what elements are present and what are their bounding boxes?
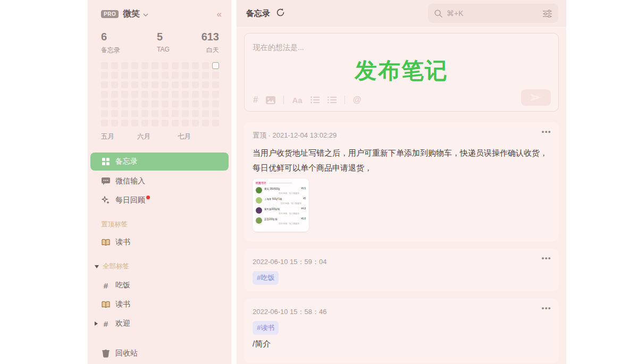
publish-note-annotation: 发布笔记 (245, 56, 558, 86)
heatmap-cell (141, 72, 148, 79)
numbered-list-button[interactable] (328, 96, 337, 104)
heatmap-cell (212, 62, 219, 69)
tag-pill[interactable]: #读书 (253, 321, 279, 335)
workspace-name: 微笑 (123, 9, 140, 20)
heatmap-cell (101, 120, 108, 126)
heatmap-cell (202, 62, 209, 69)
heatmap-cell (202, 72, 209, 79)
filter-sliders-icon[interactable] (543, 10, 552, 18)
hash-icon: # (101, 319, 111, 328)
product-image (256, 187, 262, 193)
sparkles-icon (101, 196, 111, 205)
product-image (256, 207, 262, 214)
search-shortcut-placeholder: ⌘+K (447, 9, 464, 18)
thumb-note-bar (268, 182, 292, 184)
heatmap-cell (111, 62, 118, 69)
sidebar: PRO 微笑 « 6 备忘录 5 TAG 613 白天 五月 六月 七月 备 (88, 0, 231, 364)
main-header: 备忘录 ⌘+K (237, 0, 566, 27)
toolbar-divider (345, 96, 345, 104)
heatmap-cell (162, 62, 169, 69)
heatmap-cell (121, 62, 128, 69)
memo-editor[interactable]: 现在的想法是... 发布笔记 # Aa @ (244, 33, 559, 112)
product-row: 紫长茄300g/袋 特价换购加入购物车 ¥4.8 (256, 207, 306, 215)
sidebar-item-wechat-input[interactable]: 微信输入 (88, 172, 231, 191)
book-icon (101, 301, 111, 308)
sidebar-item-label: 微信输入 (115, 176, 145, 186)
workspace-switcher[interactable]: PRO 微笑 « (101, 9, 222, 20)
heatmap-cell (111, 100, 118, 107)
heatmap-cell (172, 120, 179, 126)
product-image (256, 217, 262, 224)
heatmap-cell (202, 100, 209, 107)
text-format-button[interactable]: Aa (292, 96, 302, 105)
heatmap-cell (162, 91, 169, 98)
heatmap-cell (202, 120, 209, 126)
heatmap-cell (172, 91, 179, 98)
triangle-right-icon[interactable] (95, 321, 98, 326)
more-options-icon[interactable]: ••• (542, 254, 551, 262)
sidebar-item-trash[interactable]: 回收站 (88, 344, 231, 363)
heatmap-cell (162, 72, 169, 79)
memo-card: 2022-06-10 15：58：46 ••• #读书 /简介 (244, 299, 559, 363)
image-upload-button[interactable] (266, 96, 275, 104)
heatmap-cell (121, 91, 128, 98)
heatmap-cell (152, 72, 158, 79)
refresh-icon[interactable] (276, 8, 285, 17)
heatmap-cell (141, 62, 148, 69)
memo-card: 置顶 · 2021-12-04 13:02:29 ••• 当用户收货地址写错之后… (244, 122, 559, 241)
more-options-icon[interactable]: ••• (542, 128, 551, 136)
heatmap-cell (172, 110, 179, 117)
heatmap-cell (111, 72, 118, 79)
heatmap-cell (131, 81, 138, 88)
heatmap-cell (152, 110, 158, 117)
sidebar-item-daily-review[interactable]: 每日回顾 (88, 191, 231, 210)
tag-label: 读书 (115, 300, 130, 309)
product-row: 上海青 500g*1袋 特价换购加入购物车 ¥5 (256, 197, 306, 205)
pinned-tag-item-dushu[interactable]: 读书 (88, 233, 231, 252)
mention-button[interactable]: @ (353, 95, 362, 105)
tag-label: 欢迎 (115, 319, 130, 328)
tag-pill[interactable]: #吃饭 (253, 271, 279, 285)
toolbar-divider (283, 96, 284, 104)
tag-item-huanying[interactable]: # 欢迎 (88, 314, 231, 333)
chevron-down-icon (143, 13, 148, 16)
hash-tag-button[interactable]: # (253, 95, 258, 105)
editor-placeholder: 现在的想法是... (253, 43, 304, 53)
heatmap-cell (111, 120, 118, 126)
heatmap-cell (121, 120, 128, 126)
more-options-icon[interactable]: ••• (542, 304, 551, 312)
heatmap-cell (101, 62, 108, 69)
sidebar-item-memos[interactable]: 备忘录 (90, 153, 229, 171)
heatmap-cell (182, 81, 189, 88)
all-tags-toggle[interactable]: 全部标签 (95, 262, 129, 271)
bullet-list-button[interactable] (310, 96, 320, 104)
heatmap-cell (121, 72, 128, 79)
heatmap-cell (141, 120, 148, 126)
heatmap-cell (212, 100, 219, 107)
sidebar-nav: 备忘录 微信输入 每日回顾 (88, 153, 231, 210)
sidebar-footer: 回收站 (88, 344, 231, 363)
memo-meta: 2022-06-10 15：59：04 (253, 257, 327, 267)
tag-item-chifan[interactable]: # 吃饭 (88, 276, 231, 295)
hash-icon: # (101, 281, 111, 290)
heatmap-cell (202, 81, 209, 88)
heatmap-cell (212, 91, 219, 98)
collapse-sidebar-icon[interactable]: « (217, 10, 222, 19)
thumb-promo-label: 特惠专区 (256, 181, 266, 185)
heatmap-cell (152, 81, 158, 88)
search-input[interactable]: ⌘+K (428, 4, 558, 23)
memo-attachment-image[interactable]: 特惠专区 黄瓜 350/500g 特价换购加入购物车 ¥6.5 上海青 500g… (253, 179, 309, 232)
heatmap-cell (182, 91, 189, 98)
heatmap-cell (121, 110, 128, 117)
all-tags-label: 全部标签 (103, 262, 129, 271)
product-image (256, 197, 262, 204)
heatmap-cell (152, 62, 158, 69)
heatmap-cell (172, 81, 179, 88)
tag-item-dushu[interactable]: 读书 (88, 295, 231, 314)
tags-list: # 吃饭 读书 # 欢迎 (88, 276, 231, 333)
heatmap-cell (141, 100, 148, 107)
send-button[interactable] (521, 89, 551, 106)
heatmap-cell (202, 91, 209, 98)
heatmap-cell (192, 81, 199, 88)
sidebar-item-label: 备忘录 (115, 157, 138, 166)
